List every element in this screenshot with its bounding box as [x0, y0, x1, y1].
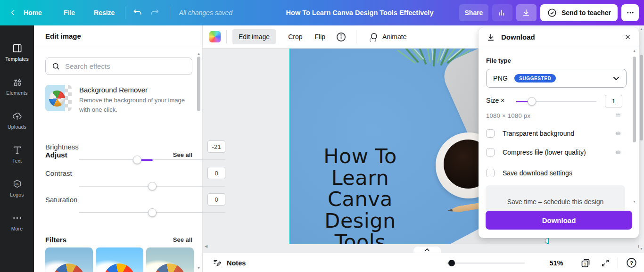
download-toggle-button[interactable]: [516, 4, 537, 21]
more-options-button[interactable]: [621, 4, 639, 21]
edit-image-tab[interactable]: Edit image: [232, 29, 276, 44]
contrast-slider[interactable]: [79, 186, 225, 187]
search-input[interactable]: [65, 62, 186, 70]
scroll-up-arrow[interactable]: ▲: [632, 49, 636, 53]
checkbox[interactable]: [486, 148, 495, 157]
zoom-level[interactable]: 51%: [541, 259, 571, 267]
brightness-slider-handle[interactable]: [133, 156, 141, 164]
scroll-down-arrow[interactable]: ▼: [632, 200, 636, 204]
bottom-bar: Notes 51% 1 ?: [203, 253, 644, 272]
design-text-line: Design: [289, 210, 431, 232]
panel-scrollbar-thumb[interactable]: [197, 57, 200, 111]
size-slider[interactable]: [516, 101, 596, 102]
sidebar-item-label: Logos: [10, 192, 24, 198]
crop-button[interactable]: Crop: [288, 33, 302, 41]
undo-icon[interactable]: [133, 8, 142, 17]
sidebar-item-text[interactable]: Text: [0, 137, 34, 171]
beach-ball-image: [46, 88, 67, 109]
filter-thumb-1[interactable]: [45, 247, 93, 272]
scroll-down-arrow[interactable]: ▼: [639, 247, 644, 251]
option-transparent-background[interactable]: Transparent background: [486, 129, 574, 138]
checkbox[interactable]: [486, 129, 495, 138]
sidebar-item-elements[interactable]: Elements: [0, 69, 34, 103]
top-bar-left: Home File Resize All changes saved: [0, 0, 232, 25]
flip-button[interactable]: Flip: [315, 33, 326, 41]
pages-icon: 1: [580, 257, 591, 269]
back-chevron-icon[interactable]: [9, 9, 17, 16]
close-icon[interactable]: [624, 33, 631, 41]
send-to-teacher-button[interactable]: Send to teacher: [540, 4, 618, 21]
filters-see-all-link[interactable]: See all: [173, 236, 192, 243]
background-remover-card[interactable]: Background Remover Remove the background…: [45, 85, 196, 115]
document-title[interactable]: How To Learn Canva Design Tools Effectiv…: [286, 9, 434, 16]
chevron-up-icon: [424, 248, 430, 252]
saturation-slider[interactable]: [79, 212, 225, 213]
chevron-down-icon: [613, 76, 619, 81]
download-button[interactable]: Download: [486, 211, 632, 230]
window-scrollbar-thumb[interactable]: [640, 55, 643, 140]
download-panel-scrollbar[interactable]: ▲ ▼: [632, 48, 636, 238]
filter-thumb-3[interactable]: [146, 247, 194, 272]
window-scrollbar[interactable]: ▲ ▼: [639, 25, 644, 253]
contrast-value-box[interactable]: 0: [207, 167, 225, 179]
uploads-cloud-icon: [12, 111, 23, 122]
menu-resize[interactable]: Resize: [94, 9, 115, 16]
saturation-value-box[interactable]: 0: [207, 193, 225, 206]
top-bar: Home File Resize All changes saved How T…: [0, 0, 644, 25]
menu-home[interactable]: Home: [24, 9, 42, 16]
design-text-line: Canva: [289, 189, 431, 210]
animate-button[interactable]: Animate: [368, 32, 406, 42]
notes-button[interactable]: Notes: [212, 253, 246, 272]
sidebar-item-more[interactable]: More: [0, 205, 34, 239]
share-button[interactable]: Share: [459, 4, 488, 21]
search-effects-box[interactable]: [45, 58, 192, 75]
sidebar-item-label: Elements: [6, 90, 27, 96]
sidebar-item-templates[interactable]: Templates: [0, 35, 34, 69]
schedule-design-hint[interactable]: Save time – schedule this design: [486, 185, 625, 213]
size-value-box[interactable]: 1: [605, 95, 622, 107]
brightness-slider[interactable]: [79, 159, 225, 160]
download-scrollbar-thumb[interactable]: [633, 57, 636, 142]
option-label: Compress file (lower quality): [503, 148, 586, 156]
info-button[interactable]: [336, 32, 347, 42]
collapse-bottom-tab[interactable]: [413, 247, 441, 253]
design-text[interactable]: How To Learn Canva Design Tools: [289, 146, 431, 244]
panel-scrollbar[interactable]: ▲ ▼: [197, 52, 201, 270]
adjust-see-all-link[interactable]: See all: [173, 151, 192, 158]
brightness-value-box[interactable]: -21: [207, 140, 225, 153]
background-remover-title: Background Remover: [79, 86, 196, 94]
redo-icon[interactable]: [150, 8, 159, 17]
color-picker-swatch[interactable]: [209, 31, 221, 42]
page-indicator-button[interactable]: 1: [580, 257, 591, 269]
filter-thumb-2[interactable]: [96, 247, 143, 272]
save-status: All changes saved: [179, 9, 232, 16]
svg-text:1: 1: [584, 261, 586, 266]
option-save-settings[interactable]: Save download settings: [486, 169, 572, 177]
suggested-badge: SUGGESTED: [514, 74, 556, 82]
divider: [618, 257, 618, 268]
zoom-slider[interactable]: [446, 263, 525, 264]
logos-icon: co.: [12, 179, 23, 190]
menu-file[interactable]: File: [64, 9, 75, 16]
saturation-slider-handle[interactable]: [148, 208, 157, 217]
h-scroll-left-arrow[interactable]: ◀: [205, 244, 207, 248]
size-label: Size ×: [486, 97, 504, 104]
scroll-up-arrow[interactable]: ▲: [639, 27, 644, 31]
question-icon: ?: [626, 257, 637, 269]
size-slider-handle[interactable]: [528, 97, 536, 106]
checkbox[interactable]: [486, 169, 495, 177]
insights-chart-button[interactable]: [492, 4, 512, 21]
selection-resize-handle[interactable]: [545, 238, 549, 243]
contrast-slider-handle[interactable]: [148, 182, 157, 190]
sidebar: Templates Elements Uploads Text: [0, 25, 34, 272]
help-button[interactable]: ?: [626, 257, 637, 269]
sidebar-item-logos[interactable]: co. Logos: [0, 171, 34, 205]
sidebar-item-uploads[interactable]: Uploads: [0, 103, 34, 137]
svg-text:co.: co.: [15, 182, 19, 185]
scroll-up-arrow[interactable]: ▲: [197, 52, 201, 56]
fullscreen-button[interactable]: [601, 258, 610, 268]
option-compress-file[interactable]: Compress file (lower quality): [486, 148, 586, 157]
scroll-down-arrow[interactable]: ▼: [197, 266, 201, 270]
zoom-slider-handle[interactable]: [448, 260, 455, 266]
file-type-select[interactable]: PNG SUGGESTED: [486, 69, 627, 88]
